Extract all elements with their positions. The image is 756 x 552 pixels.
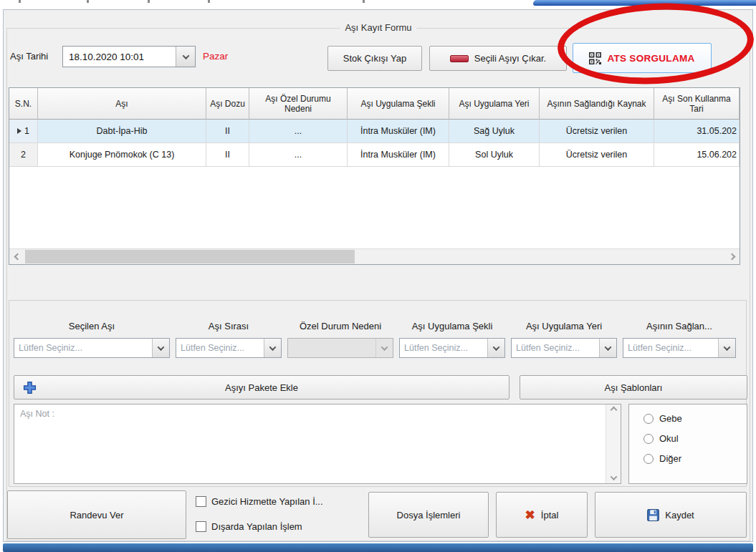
table-row[interactable]: 2 Konjuge Pnömokok (C 13) II ... İntra M…	[9, 143, 740, 167]
scrollbar-track[interactable]	[25, 249, 724, 264]
radio-circle-icon	[643, 454, 654, 464]
combobox-placeholder: Lütfen Seçiniz...	[400, 339, 487, 357]
dropdown-button[interactable]	[487, 339, 504, 357]
vaccine-source-combobox[interactable]: Lütfen Seçiniz...	[623, 338, 736, 358]
cell-source: Ücretsiz verilen	[540, 120, 654, 143]
cell-vaccine: Dabt-İpa-Hib	[38, 120, 206, 143]
save-floppy-icon	[647, 509, 659, 521]
radio-diger[interactable]: Diğer	[643, 453, 747, 464]
chevron-down-icon	[724, 344, 731, 351]
application-method-combobox[interactable]: Lütfen Seçiniz...	[399, 338, 505, 358]
col-header-source[interactable]: Aşının Sağlandığı Kaynak	[540, 88, 654, 120]
cell-dose: II	[206, 143, 249, 167]
chevron-up-icon	[610, 407, 617, 414]
chevron-left-icon	[14, 253, 21, 261]
tab-text-remnant	[363, 0, 365, 3]
special-reason-combobox-disabled	[287, 338, 393, 358]
cell-expiry: 15.06.202	[654, 143, 740, 167]
dropdown-button[interactable]	[718, 339, 735, 357]
file-operations-label: Dosya İşlemleri	[397, 510, 461, 520]
application-site-combobox[interactable]: Lütfen Seçiniz...	[511, 338, 617, 358]
cell-expiry: 31.05.202	[654, 120, 740, 143]
scroll-left-button[interactable]	[9, 249, 25, 265]
col-header-dose[interactable]: Aşı Dozu	[206, 88, 249, 120]
appointment-label: Randevu Ver	[70, 510, 123, 520]
tab-text-remnant	[87, 0, 89, 3]
chevron-down-icon	[381, 344, 388, 351]
col-header-expiry[interactable]: Aşı Son Kullanma Tari	[654, 88, 740, 120]
cancel-button[interactable]: ✖ İptal	[496, 492, 588, 538]
combobox-placeholder: Lütfen Seçiniz...	[176, 339, 264, 357]
radio-gebe[interactable]: Gebe	[643, 413, 747, 424]
cell-vaccine: Konjuge Pnömokok (C 13)	[38, 143, 206, 167]
application-method-label: Aşı Uygulama Şekli	[399, 321, 505, 331]
tab-text-remnant	[208, 0, 210, 3]
row-header-cell: 2	[9, 143, 38, 167]
col-header-site[interactable]: Aşı Uygulama Yeri	[449, 88, 540, 120]
chevron-down-icon	[610, 473, 617, 480]
selected-vaccine-label: Seçilen Aşı	[14, 321, 170, 331]
dropdown-button[interactable]	[264, 339, 281, 357]
note-vertical-scrollbar[interactable]	[606, 405, 621, 483]
table-horizontal-scrollbar[interactable]	[9, 248, 740, 264]
give-appointment-button[interactable]: Randevu Ver	[7, 490, 186, 539]
combobox-placeholder: Lütfen Seçiniz...	[623, 339, 718, 357]
chevron-right-icon	[728, 253, 735, 261]
col-header-method[interactable]: Aşı Uygulama Şekli	[348, 88, 449, 120]
cell-source: Ücretsiz verilen	[540, 143, 654, 167]
form-outer-panel: Aşı Kayıt Formu Aşı Tarihi 18.10.2020 10…	[3, 9, 753, 542]
remove-selected-vaccine-button[interactable]: Seçili Aşıyı Çıkar.	[429, 46, 567, 71]
radio-circle-icon	[643, 434, 654, 444]
scrollbar-thumb[interactable]	[25, 250, 355, 263]
ats-query-label: ATS SORGULAMA	[607, 53, 694, 64]
date-value: 18.10.2020 10:01	[63, 47, 176, 67]
checkbox-label: Dışarda Yapılan İşlem	[211, 521, 302, 532]
dropdown-button[interactable]	[152, 339, 169, 357]
mobile-service-checkbox[interactable]: Gezici Hizmette Yapılan İ...	[196, 496, 323, 507]
stock-out-button[interactable]: Stok Çıkışı Yap	[327, 46, 422, 71]
qr-code-icon	[589, 52, 601, 64]
radio-circle-icon	[643, 414, 654, 424]
vaccine-table-header: S.N. Aşı Aşı Dozu Aşı Özel Durumu Nedeni…	[9, 88, 740, 120]
radio-label: Okul	[659, 433, 679, 444]
radio-label: Diğer	[659, 453, 681, 464]
minus-icon	[450, 55, 469, 62]
window-bottom-bar	[3, 543, 753, 552]
table-row[interactable]: 1 Dabt-İpa-Hib II ... İntra Musküler (IM…	[9, 120, 740, 143]
dropdown-button	[375, 339, 393, 357]
scroll-right-button[interactable]	[724, 249, 740, 265]
cancel-x-icon: ✖	[525, 509, 535, 521]
add-vaccine-to-package-button[interactable]: Aşıyı Pakete Ekle	[14, 375, 509, 400]
checkbox-label: Gezici Hizmette Yapılan İ...	[211, 496, 323, 507]
combobox-placeholder: Lütfen Seçiniz...	[512, 339, 599, 357]
vaccine-entry-groupbox: Seçilen Aşı Aşı Sırası Özel Durum Nedeni…	[9, 300, 747, 487]
col-header-sn[interactable]: S.N.	[9, 88, 38, 120]
col-header-vaccine[interactable]: Aşı	[38, 88, 206, 120]
col-header-special[interactable]: Aşı Özel Durumu Nedeni	[249, 88, 348, 120]
vaccine-order-combobox[interactable]: Lütfen Seçiniz...	[176, 338, 282, 358]
checkbox-icon	[196, 496, 206, 507]
cell-special: ...	[249, 120, 348, 143]
vaccine-templates-button[interactable]: Aşı Şablonları	[520, 375, 747, 400]
cell-method: İntra Musküler (IM)	[348, 120, 449, 143]
asi-kayit-formu-groupbox: Aşı Kayıt Formu Aşı Tarihi 18.10.2020 10…	[6, 28, 750, 541]
footer-button-row: Randevu Ver Gezici Hizmette Yapılan İ...…	[7, 490, 747, 541]
current-row-arrow-icon	[17, 128, 21, 134]
save-button[interactable]: Kaydet	[595, 492, 747, 538]
dropdown-button[interactable]	[599, 339, 616, 357]
row-number: 1	[24, 126, 29, 136]
outside-procedure-checkbox[interactable]: Dışarda Yapılan İşlem	[196, 521, 302, 532]
chevron-down-icon	[605, 344, 612, 351]
vaccine-note-textarea[interactable]: Aşı Not :	[14, 404, 621, 484]
selected-vaccine-combobox[interactable]: Lütfen Seçiniz...	[14, 338, 170, 358]
radio-okul[interactable]: Okul	[643, 433, 747, 444]
special-reason-label: Özel Durum Nedeni	[287, 321, 393, 331]
date-label: Aşı Tarihi	[10, 51, 48, 62]
vaccination-date-picker[interactable]: 18.10.2020 10:01	[62, 46, 196, 67]
file-operations-button[interactable]: Dosya İşlemleri	[368, 492, 489, 538]
radio-label: Gebe	[659, 413, 682, 424]
active-tab-highlight-bar	[533, 0, 756, 6]
date-dropdown-button[interactable]	[176, 47, 195, 67]
ats-query-button[interactable]: ATS SORGULAMA	[573, 43, 712, 73]
application-site-label: Aşı Uygulama Yeri	[511, 321, 617, 331]
